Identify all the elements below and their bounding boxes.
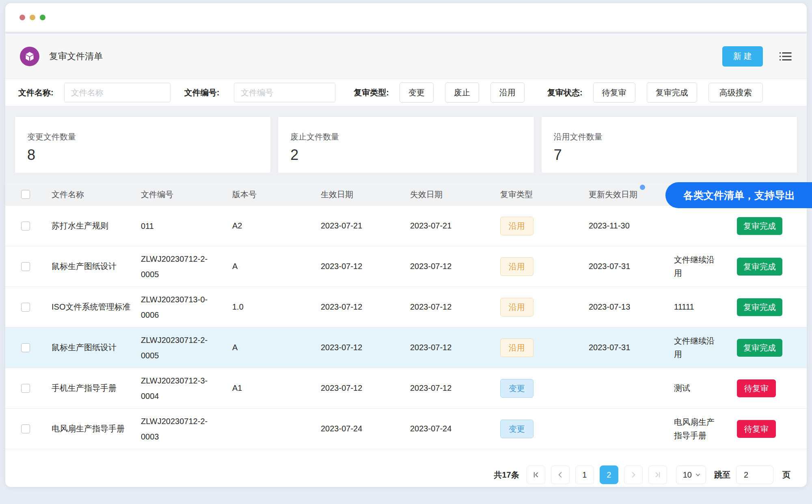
stats-band: 变更文件数量 8 废止文件数量 2 沿用文件数量 7 bbox=[5, 106, 807, 183]
table-row[interactable]: 鼠标生产图纸设计 ZLWJ20230712-2-0005 A 2023-07-1… bbox=[5, 246, 807, 287]
cell-file-code: ZLWJ20230713-0-0006 bbox=[141, 292, 232, 323]
row-checkbox[interactable] bbox=[21, 262, 30, 271]
type-option-abolish[interactable]: 废止 bbox=[445, 82, 479, 103]
cell-remark: 电风扇生产指导手册 bbox=[674, 416, 737, 442]
type-option-change[interactable]: 变更 bbox=[400, 82, 434, 103]
status-option-pending[interactable]: 待复审 bbox=[593, 82, 635, 103]
cell-expire-date: 2023-07-12 bbox=[410, 260, 500, 273]
row-checkbox[interactable] bbox=[21, 222, 30, 230]
review-status-tag: 复审完成 bbox=[737, 217, 782, 235]
pagination: 共17条 1 2 bbox=[5, 465, 807, 484]
table-row-highlighted[interactable]: 鼠标生产图纸设计 ZLWJ20230712-2-0005 A 2023-07-1… bbox=[5, 327, 807, 368]
row-checkbox[interactable] bbox=[21, 343, 30, 352]
cell-version: A bbox=[232, 341, 321, 354]
table-row[interactable]: 苏打水生产规则 011 A2 2023-07-21 2023-07-21 沿用 … bbox=[5, 206, 807, 246]
cell-expire-date: 2023-07-12 bbox=[410, 300, 500, 314]
close-window-icon[interactable] bbox=[19, 15, 25, 20]
cell-file-name: 手机生产指导手册 bbox=[52, 381, 141, 395]
minimize-window-icon[interactable] bbox=[30, 15, 35, 20]
cell-effective-date: 2023-07-21 bbox=[321, 219, 410, 233]
row-checkbox[interactable] bbox=[21, 424, 30, 433]
review-type-tag: 沿用 bbox=[500, 217, 533, 235]
table-row[interactable]: 电风扇生产指导手册 ZLWJ20230712-2-0003 2023-07-24… bbox=[5, 409, 807, 449]
cell-file-code: ZLWJ20230712-3-0004 bbox=[141, 373, 232, 404]
stat-card-abolish: 废止文件数量 2 bbox=[278, 116, 534, 173]
first-page-button[interactable] bbox=[527, 465, 545, 484]
app-header: 复审文件清单 新建 bbox=[5, 34, 807, 79]
page-size-select[interactable]: 10 bbox=[676, 465, 706, 484]
review-type-tag: 变更 bbox=[500, 379, 533, 398]
page-button-1[interactable]: 1 bbox=[575, 465, 594, 484]
table-row[interactable]: ISO文件系统管理标准 ZLWJ20230713-0-0006 1.0 2023… bbox=[5, 287, 807, 327]
page-suffix-label: 页 bbox=[782, 470, 790, 480]
list-menu-icon[interactable] bbox=[778, 50, 792, 63]
cell-remark: 文件继续沿用 bbox=[674, 253, 737, 280]
filter-bar: 文件名称: 文件编号: 复审类型: 变更 废止 沿用 复审状态: 待复审 复审完… bbox=[5, 79, 807, 106]
cell-effective-date: 2023-07-24 bbox=[321, 422, 410, 435]
col-header-code: 文件编号 bbox=[141, 187, 232, 202]
cell-file-code: 011 bbox=[141, 218, 232, 234]
cell-file-name: ISO文件系统管理标准 bbox=[52, 300, 141, 314]
status-option-done[interactable]: 复审完成 bbox=[647, 82, 697, 103]
cell-file-code: ZLWJ20230712-2-0005 bbox=[141, 332, 232, 363]
advanced-search-button[interactable]: 高级搜索 bbox=[708, 83, 763, 102]
review-status-tag: 复审完成 bbox=[737, 298, 782, 316]
cell-update-date: 2023-07-31 bbox=[589, 341, 674, 354]
stat-value: 2 bbox=[290, 146, 521, 164]
review-type-tag: 沿用 bbox=[500, 257, 533, 276]
stat-card-adopt: 沿用文件数量 7 bbox=[541, 116, 797, 173]
review-status-tag: 复审完成 bbox=[737, 339, 782, 357]
cell-effective-date: 2023-07-12 bbox=[321, 260, 410, 273]
cell-expire-date: 2023-07-12 bbox=[410, 381, 500, 395]
col-header-version: 版本号 bbox=[232, 188, 321, 201]
cell-update-date: 2023-11-30 bbox=[589, 219, 674, 233]
cell-file-name: 电风扇生产指导手册 bbox=[52, 422, 141, 435]
cell-file-name: 鼠标生产图纸设计 bbox=[52, 260, 141, 273]
page-size-value: 10 bbox=[683, 470, 692, 480]
select-all-checkbox[interactable] bbox=[21, 190, 30, 199]
prev-page-button[interactable] bbox=[551, 465, 570, 484]
col-header-type: 复审类型 bbox=[500, 188, 589, 201]
cube-icon bbox=[24, 51, 35, 62]
cell-file-code: ZLWJ20230712-2-0003 bbox=[141, 414, 232, 444]
stat-value: 8 bbox=[27, 146, 258, 164]
first-page-icon bbox=[532, 471, 540, 479]
cell-expire-date: 2023-07-21 bbox=[410, 219, 500, 233]
last-page-icon bbox=[654, 471, 662, 479]
cell-update-date: 2023-07-31 bbox=[589, 260, 674, 273]
last-page-button[interactable] bbox=[648, 465, 667, 484]
stat-label: 废止文件数量 bbox=[290, 131, 521, 142]
row-checkbox[interactable] bbox=[21, 384, 30, 393]
review-status-tag: 待复审 bbox=[737, 420, 776, 438]
review-type-tag: 沿用 bbox=[500, 298, 533, 317]
titlebar bbox=[5, 3, 807, 32]
new-button[interactable]: 新建 bbox=[722, 46, 763, 67]
next-page-button[interactable] bbox=[624, 465, 643, 484]
table-row[interactable]: 手机生产指导手册 ZLWJ20230712-3-0004 A1 2023-07-… bbox=[5, 368, 807, 409]
cell-remark: 文件继续沿用 bbox=[674, 334, 737, 361]
review-type-label: 复审类型: bbox=[354, 87, 389, 98]
export-guide-tooltip: 各类文件清单，支持导出 bbox=[665, 182, 812, 208]
col-header-name: 文件名称 bbox=[52, 188, 141, 201]
file-name-label: 文件名称: bbox=[18, 87, 54, 98]
cell-update-date: 2023-07-13 bbox=[589, 300, 674, 314]
app-logo bbox=[20, 47, 39, 66]
review-type-tag: 变更 bbox=[500, 420, 533, 438]
cell-expire-date: 2023-07-12 bbox=[410, 341, 500, 354]
cell-effective-date: 2023-07-12 bbox=[321, 341, 410, 354]
file-name-input[interactable] bbox=[64, 83, 171, 102]
jump-page-input[interactable] bbox=[736, 465, 773, 484]
page-button-2-active[interactable]: 2 bbox=[600, 465, 618, 484]
cell-remark: 11111 bbox=[674, 300, 737, 314]
cell-effective-date: 2023-07-12 bbox=[321, 300, 410, 314]
type-option-adopt[interactable]: 沿用 bbox=[490, 82, 525, 103]
col-header-update-date: 更新失效日期 bbox=[589, 188, 674, 201]
cell-file-code: ZLWJ20230712-2-0005 bbox=[141, 251, 232, 282]
review-type-tag: 沿用 bbox=[500, 338, 533, 357]
maximize-window-icon[interactable] bbox=[40, 15, 45, 20]
stat-label: 变更文件数量 bbox=[27, 131, 258, 142]
row-checkbox[interactable] bbox=[21, 303, 30, 312]
cell-version: 1.0 bbox=[232, 300, 321, 314]
cell-version: A2 bbox=[232, 219, 321, 233]
file-code-input[interactable] bbox=[234, 83, 335, 102]
